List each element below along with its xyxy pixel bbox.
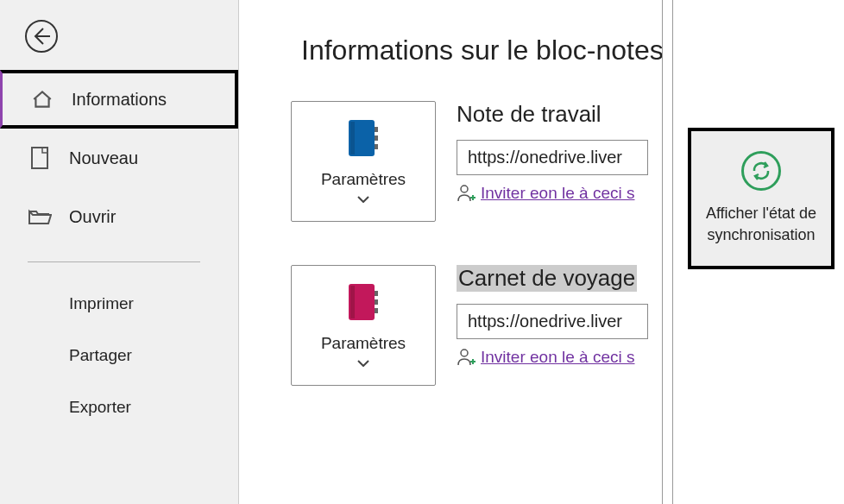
back-button[interactable] [21,16,62,57]
sidebar-item-exporter[interactable]: Exporter [0,381,238,433]
sidebar-divider [28,261,200,262]
chevron-down-icon [357,355,369,370]
notebook-row: Paramètres Carnet de voyage https://oned… [291,265,844,386]
svg-rect-12 [375,308,378,313]
svg-rect-4 [375,127,378,132]
person-add-icon [457,184,476,203]
invite-text: Inviter eon le à ceci s [481,184,634,203]
sidebar-label: Informations [72,90,167,110]
notebook-title: Carnet de voyage [457,265,637,292]
svg-rect-1 [32,148,47,168]
svg-rect-11 [375,299,378,305]
vertical-divider [662,0,663,504]
sync-status-button[interactable]: Afficher l'état de synchronisation [688,128,835,269]
sidebar-label: Nouveau [69,148,138,168]
sync-icon [741,151,781,191]
sidebar: Informations Nouveau Ouvrir Imprimer Par… [0,0,239,504]
sidebar-item-informations[interactable]: Informations [0,70,238,129]
notebook-info: Carnet de voyage https://onedrive.liver … [457,265,844,367]
sidebar-item-nouveau[interactable]: Nouveau [0,129,238,187]
notebook-url-field[interactable]: https://onedrive.liver [457,140,648,175]
home-icon [30,87,54,111]
notebook-title: Note de travail [457,101,844,128]
chevron-down-icon [357,191,369,206]
sidebar-sublabel: Partager [69,346,132,365]
settings-dropdown-button[interactable]: Paramètres [291,265,436,386]
notebook-icon [342,280,385,324]
svg-rect-3 [350,122,355,154]
invite-link[interactable]: Inviter eon le à ceci s [457,348,653,367]
sidebar-label: Ouvrir [69,207,116,227]
settings-label: Paramètres [321,170,406,189]
settings-dropdown-button[interactable]: Paramètres [291,101,436,222]
notebook-icon [342,117,385,160]
svg-rect-6 [375,144,378,149]
invite-link[interactable]: Inviter eon le à ceci s [457,184,653,203]
svg-rect-9 [350,286,355,318]
sidebar-sublabel: Imprimer [69,294,134,313]
sidebar-item-imprimer[interactable]: Imprimer [0,278,238,330]
svg-point-7 [461,186,468,192]
person-add-icon [457,348,476,367]
page-title: Informations sur le bloc-notes [301,35,844,66]
svg-rect-10 [375,291,378,296]
svg-point-13 [461,350,468,356]
folder-open-icon [28,205,52,229]
sidebar-item-partager[interactable]: Partager [0,330,238,381]
sidebar-sublabel: Exporter [69,398,131,417]
invite-text: Inviter eon le à ceci s [481,348,634,367]
sidebar-item-ouvrir[interactable]: Ouvrir [0,187,238,246]
sync-label: Afficher l'état de synchronisation [698,203,824,246]
settings-label: Paramètres [321,334,406,353]
arrow-left-circle-icon [24,19,59,54]
notebook-url-field[interactable]: https://onedrive.liver [457,304,648,339]
svg-rect-5 [375,135,378,141]
page-icon [28,146,52,170]
vertical-divider [672,0,673,504]
